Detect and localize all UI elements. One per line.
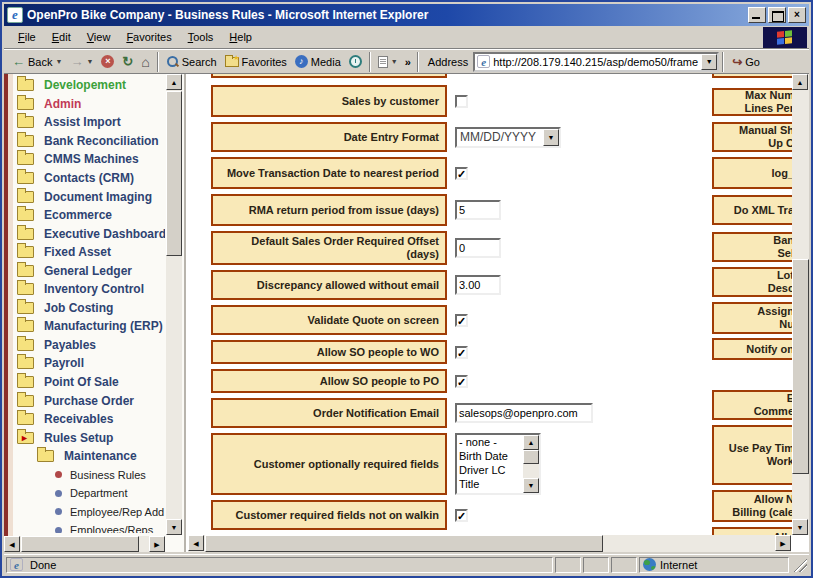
sidebar-vertical-scrollbar[interactable]: ▲ ▼ [166, 74, 182, 535]
go-button[interactable]: ↪ Go [727, 54, 765, 70]
clipped-field-label: Manual ShUp C [712, 122, 792, 152]
sidebar-item-general-ledger[interactable]: General Ledger [13, 261, 165, 280]
sidebar-item-fixed-asset[interactable]: Fixed Asset [13, 243, 165, 262]
listbox-option[interactable]: Birth Date [457, 449, 523, 463]
maximize-button[interactable] [768, 7, 786, 23]
sidebar-item-employees-reps[interactable]: Employees/Reps [13, 521, 165, 533]
menu-item-help[interactable]: Help [221, 28, 260, 46]
scrollbar-thumb[interactable] [205, 535, 603, 552]
go-label: Go [745, 56, 760, 68]
search-button[interactable]: Search [162, 53, 221, 70]
text-input-discrepancy-allowed-without-email[interactable] [455, 275, 501, 295]
select-value: MM/DD/YYYY [457, 129, 543, 146]
select-date-entry-format[interactable]: MM/DD/YYYY▼ [455, 127, 561, 148]
media-button[interactable]: ♪ Media [291, 53, 345, 70]
history-button[interactable] [345, 53, 366, 70]
toolbar-overflow-chevron[interactable]: » [402, 56, 414, 68]
refresh-button[interactable]: ↻ [118, 52, 137, 71]
checkbox-customer-required-fields-not-on-walkin[interactable]: ✓ [455, 509, 468, 522]
field-control [455, 275, 501, 295]
sidebar-item-purchase-order[interactable]: Purchase Order [13, 391, 165, 410]
sidebar-item-rules-setup[interactable]: ►Rules Setup [13, 428, 165, 447]
sidebar-item-manufacturing-erp-[interactable]: Manufacturing (ERP) [13, 317, 165, 336]
menu-item-tools[interactable]: Tools [180, 28, 222, 46]
minimize-button[interactable] [748, 7, 766, 23]
sidebar-item-job-costing[interactable]: Job Costing [13, 299, 165, 318]
checkbox-validate-quote-on-screen[interactable]: ✓ [455, 314, 468, 327]
sidebar-item-receivables[interactable]: Receivables [13, 410, 165, 429]
listbox-scrollbar[interactable]: ▲▼ [523, 435, 539, 493]
form-row-allow-so-people-to-wo: Allow SO people to WO✓ [211, 340, 631, 364]
sidebar-item-contacts-crm-[interactable]: Contacts (CRM) [13, 169, 165, 188]
menu-item-view[interactable]: View [79, 28, 119, 46]
menu-item-favorites[interactable]: Favorites [118, 28, 179, 46]
folder-icon [17, 246, 34, 258]
back-dropdown-icon[interactable]: ▼ [55, 58, 62, 65]
sidebar-item-employee-rep-add[interactable]: Employee/Rep Add [13, 503, 165, 522]
checkbox-allow-so-people-to-wo[interactable]: ✓ [455, 346, 468, 359]
forward-button[interactable]: → ▼ [66, 52, 97, 71]
content-horizontal-scrollbar[interactable]: ◀ ▶ [188, 535, 791, 552]
sidebar-item-inventory-control[interactable]: Inventory Control [13, 280, 165, 299]
sidebar-item-label: Bank Reconciliation [44, 134, 159, 148]
bullet-icon [55, 527, 62, 533]
address-dropdown-button[interactable]: ▼ [701, 54, 717, 70]
scrollbar-thumb[interactable] [523, 450, 539, 464]
checkbox-move-transaction-date-to-nearest-period[interactable]: ✓ [455, 167, 468, 180]
scroll-up-icon[interactable]: ▲ [792, 74, 808, 90]
sidebar-item-department[interactable]: Department [13, 484, 165, 503]
content-vertical-scrollbar[interactable]: ▲ ▼ [792, 74, 809, 535]
ie-app-icon: e [7, 7, 23, 23]
edit-button[interactable]: ▼ [374, 54, 402, 70]
scroll-right-icon[interactable]: ▶ [775, 535, 791, 551]
sidebar-item-cmms-machines[interactable]: CMMS Machines [13, 150, 165, 169]
sidebar-item-ecommerce[interactable]: Ecommerce [13, 206, 165, 225]
forward-arrow-icon: → [70, 54, 83, 69]
address-input[interactable] [493, 56, 701, 68]
scroll-left-icon[interactable]: ◀ [188, 535, 204, 551]
scroll-down-icon[interactable]: ▼ [792, 519, 808, 535]
text-input-order-notification-email[interactable] [455, 403, 593, 423]
listbox-customer-optionally-required-fields[interactable]: - none -Birth DateDriver LCTitle▲▼ [455, 433, 541, 495]
sidebar-item-executive-dashboard[interactable]: Executive Dashboard [13, 224, 165, 243]
chevron-down-icon[interactable]: ▼ [543, 129, 559, 146]
sidebar-item-point-of-sale[interactable]: Point Of Sale [13, 373, 165, 392]
scrollbar-thumb[interactable] [166, 91, 182, 256]
close-button[interactable]: × [788, 7, 806, 23]
scroll-left-icon[interactable]: ◀ [4, 536, 20, 552]
sidebar-item-payables[interactable]: Payables [13, 336, 165, 355]
sidebar-item-business-rules[interactable]: Business Rules [13, 465, 165, 484]
listbox-option[interactable]: - none - [457, 435, 523, 449]
listbox-option[interactable]: Driver LC [457, 463, 523, 477]
text-input-default-sales-order-required-offset-days-[interactable] [455, 238, 501, 258]
text-input-rma-return-period-from-issue-days-[interactable] [455, 200, 501, 220]
resize-grip[interactable] [793, 558, 807, 572]
scroll-up-icon[interactable]: ▲ [166, 74, 182, 90]
favorites-button[interactable]: Favorites [221, 54, 291, 70]
title-bar: e OpenPro Bike Company - Business Rules … [4, 4, 809, 26]
listbox-option[interactable]: Title [457, 477, 523, 491]
scrollbar-thumb[interactable] [21, 536, 139, 552]
sidebar-item-document-imaging[interactable]: Document Imaging [13, 187, 165, 206]
checkbox-sales-by-customer[interactable] [455, 95, 468, 108]
folder-icon [17, 79, 34, 91]
scroll-down-icon[interactable]: ▼ [166, 519, 182, 535]
sidebar-horizontal-scrollbar[interactable]: ◀ ▶ [4, 536, 165, 552]
scroll-down-icon[interactable]: ▼ [523, 478, 539, 493]
menu-item-edit[interactable]: Edit [44, 28, 79, 46]
menu-item-file[interactable]: File [10, 28, 44, 46]
sidebar-item-payroll[interactable]: Payroll [13, 354, 165, 373]
sidebar-item-maintenance[interactable]: Maintenance [13, 447, 165, 466]
sidebar-item-bank-reconciliation[interactable]: Bank Reconciliation [13, 132, 165, 151]
folder-icon [17, 135, 34, 147]
checkbox-allow-so-people-to-po[interactable]: ✓ [455, 375, 468, 388]
scrollbar-thumb[interactable] [792, 259, 809, 474]
back-button[interactable]: ← Back ▼ [8, 52, 66, 71]
sidebar-item-assist-import[interactable]: Assist Import [13, 113, 165, 132]
sidebar-item-developement[interactable]: Developement [13, 76, 165, 95]
scroll-right-icon[interactable]: ▶ [149, 536, 165, 552]
home-button[interactable]: ⌂ [137, 52, 153, 72]
sidebar-item-admin[interactable]: Admin [13, 95, 165, 114]
scroll-up-icon[interactable]: ▲ [523, 435, 539, 450]
stop-button[interactable]: × [97, 53, 118, 70]
